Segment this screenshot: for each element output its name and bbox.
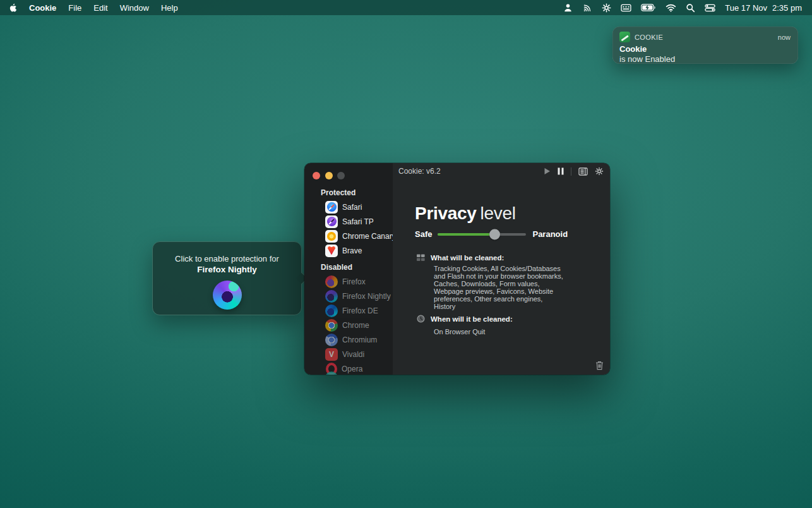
chrome-canary-icon	[325, 230, 338, 243]
what-cleaned-section: What will be cleaned: Tracking Cookies, …	[415, 254, 610, 310]
safari-tp-icon	[325, 215, 338, 228]
privacy-slider-thumb[interactable]	[489, 229, 500, 239]
clock-date: Tue 17 Nov	[725, 3, 767, 13]
menubar-app-name[interactable]: Cookie	[29, 3, 56, 13]
cookie-app-icon	[619, 32, 630, 42]
privacy-slider-fill	[438, 233, 494, 236]
sidebar-item-label: Chrome	[342, 321, 369, 330]
sidebar-item-label: Firefox	[342, 277, 366, 286]
safari-icon	[325, 201, 338, 214]
minimize-button[interactable]	[325, 172, 333, 179]
sidebar-item-chrome[interactable]: Chrome	[304, 318, 393, 332]
vivaldi-icon	[325, 348, 338, 361]
sidebar-item-opera[interactable]: Opera	[304, 361, 393, 375]
slider-label-paranoid: Paranoid	[532, 229, 568, 239]
settings-gear-icon[interactable]	[595, 167, 604, 176]
pause-icon[interactable]	[558, 167, 564, 175]
heading-privacy: Privacy	[415, 203, 477, 223]
when-cleaned-section: When will it be cleaned: On Browser Quit	[415, 315, 610, 336]
menu-window[interactable]: Window	[120, 3, 149, 13]
brave-icon	[325, 245, 338, 257]
window-titlebar[interactable]: Cookie: v6.2	[393, 163, 610, 179]
when-cleaned-heading: When will it be cleaned:	[431, 315, 513, 323]
enable-protection-tooltip: Click to enable protection for Firefox N…	[152, 241, 302, 315]
what-cleaned-heading: What will be cleaned:	[431, 254, 504, 262]
sidebar-item-label: Safari	[342, 203, 362, 212]
section-protected-label: Protected	[321, 188, 393, 197]
sidebar-item-safari[interactable]: Safari	[304, 200, 393, 214]
signal-waves-icon[interactable]	[582, 3, 592, 13]
trash-icon[interactable]	[595, 361, 604, 370]
slider-label-safe: Safe	[415, 229, 432, 239]
sidebar-item-firefox-nightly[interactable]: Firefox Nightly	[304, 289, 393, 303]
notification-title: Cookie	[619, 44, 791, 54]
toolbar-separator	[571, 167, 571, 176]
notification-app-name: COOKIE	[635, 33, 663, 41]
when-cleaned-body: On Browser Quit	[434, 328, 566, 336]
firefox-nightly-icon	[325, 290, 338, 303]
notification-banner[interactable]: COOKIE now Cookie is now Enabled	[612, 27, 798, 64]
clock-time: 2:35 pm	[772, 3, 802, 13]
apple-logo-icon[interactable]	[9, 3, 17, 13]
sidebar-item-label: Firefox Nightly	[342, 292, 391, 301]
firefox-nightly-logo-icon	[213, 281, 242, 310]
section-disabled-label: Disabled	[321, 263, 393, 272]
privacy-slider[interactable]	[438, 233, 526, 236]
sidebar-item-label: Chromium	[342, 336, 377, 344]
privacy-level-heading: Privacylevel	[415, 205, 610, 222]
menu-help[interactable]: Help	[161, 3, 178, 13]
sidebar-item-label: Vivaldi	[342, 350, 364, 359]
chromium-icon	[325, 334, 338, 346]
user-icon[interactable]	[563, 3, 573, 13]
what-cleaned-body: Tracking Cookies, All Cookies/Databases …	[434, 265, 566, 310]
heading-level: level	[481, 203, 516, 223]
sidebar-item-label: Brave	[342, 246, 362, 255]
notification-time: now	[778, 33, 791, 41]
wifi-icon[interactable]	[666, 4, 676, 12]
sidebar-item-label: Firefox DE	[342, 306, 378, 315]
menu-bar: Cookie File Edit Window Help Tu	[0, 0, 812, 15]
gear-menubar-icon[interactable]	[602, 3, 611, 13]
privacy-slider-row: Safe Paranoid	[415, 229, 610, 239]
tooltip-line1: Click to enable protection for	[153, 254, 301, 263]
control-center-icon[interactable]	[705, 4, 715, 12]
firefox-icon	[325, 275, 338, 288]
play-icon[interactable]	[544, 167, 551, 175]
keyboard-icon[interactable]	[621, 4, 631, 12]
zoom-button[interactable]	[337, 172, 345, 179]
clock-icon	[417, 315, 425, 323]
spotlight-search-icon[interactable]	[686, 3, 695, 13]
menu-edit[interactable]: Edit	[93, 3, 107, 13]
main-pane: Cookie: v6.2 Privacylevel	[393, 163, 610, 375]
browser-sidebar: Protected Safari Safari TP Chrome Canary…	[304, 163, 393, 375]
sidebar-item-label: Safari TP	[342, 217, 374, 226]
notification-message: is now Enabled	[619, 54, 791, 64]
cookie-app-window: Protected Safari Safari TP Chrome Canary…	[304, 163, 610, 375]
sidebar-item-brave[interactable]: Brave	[304, 243, 393, 258]
chrome-icon	[325, 319, 338, 332]
menu-file[interactable]: File	[68, 3, 81, 13]
tooltip-line2: Firefox Nightly	[153, 265, 301, 274]
sidebar-item-vivaldi[interactable]: Vivaldi	[304, 347, 393, 361]
firefox-de-icon	[325, 305, 338, 317]
battery-charging-icon[interactable]	[641, 4, 656, 11]
sidebar-item-firefox-de[interactable]: Firefox DE	[304, 303, 393, 318]
sidebar-item-firefox[interactable]: Firefox	[304, 274, 393, 289]
grid-icon	[417, 254, 425, 262]
sidebar-item-chromium[interactable]: Chromium	[304, 332, 393, 347]
log-list-icon[interactable]	[578, 167, 588, 176]
sidebar-item-chrome-canary[interactable]: Chrome Canary	[304, 229, 393, 243]
sidebar-item-safari-tp[interactable]: Safari TP	[304, 214, 393, 229]
close-button[interactable]	[313, 172, 320, 179]
sidebar-item-label: Chrome Canary	[342, 232, 393, 241]
menubar-clock[interactable]: Tue 17 Nov 2:35 pm	[725, 3, 802, 13]
window-title: Cookie: v6.2	[398, 167, 441, 176]
traffic-lights	[304, 163, 393, 179]
privacy-content: Privacylevel Safe Paranoid What will be …	[393, 179, 610, 375]
sidebar-item-label: Opera	[342, 365, 362, 373]
